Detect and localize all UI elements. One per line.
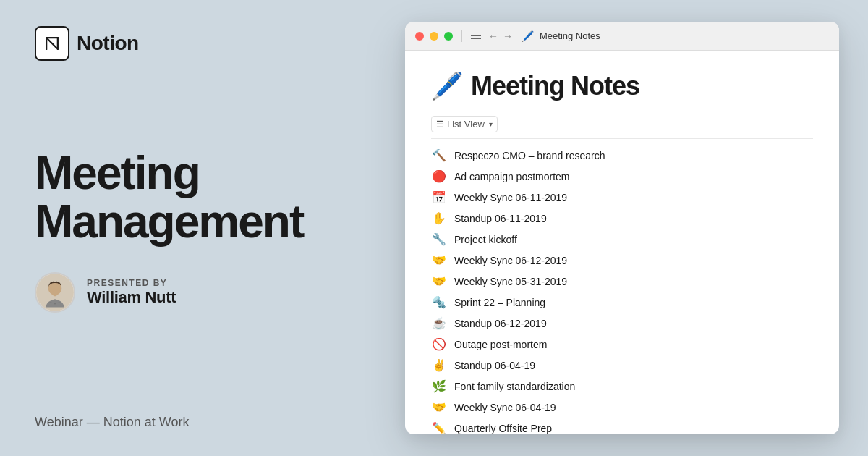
page-emoji: 🖊️ <box>431 71 464 101</box>
meeting-emoji: 📅 <box>431 190 447 204</box>
meeting-emoji: 🤝 <box>431 274 447 288</box>
hamburger-icon[interactable] <box>471 33 481 40</box>
meeting-emoji: ✏️ <box>431 421 447 434</box>
list-view-icon: ☰ <box>436 119 444 130</box>
meeting-item[interactable]: 🌿 Font family standardization <box>431 376 813 397</box>
meeting-item[interactable]: 🔩 Sprint 22 – Planning <box>431 292 813 313</box>
left-panel: Notion Meeting Management <box>0 0 405 456</box>
page-title: Meeting Notes <box>471 71 639 101</box>
meeting-emoji: ☕ <box>431 316 447 330</box>
meeting-emoji: 🤝 <box>431 253 447 267</box>
notion-logo-icon <box>35 26 69 61</box>
meeting-emoji: 🤝 <box>431 400 447 414</box>
meeting-item[interactable]: 🤝 Weekly Sync 05-31-2019 <box>431 271 813 292</box>
meeting-name: Standup 06-11-2019 <box>454 213 547 224</box>
left-content: Meeting Management <box>35 61 370 430</box>
list-view-chevron: ▾ <box>489 120 493 128</box>
meeting-name: Quarterly Offsite Prep <box>454 423 552 434</box>
list-divider <box>431 138 813 139</box>
meeting-name: Weekly Sync 05-31-2019 <box>454 276 567 287</box>
meeting-item[interactable]: ☕ Standup 06-12-2019 <box>431 313 813 334</box>
meeting-name: Font family standardization <box>454 381 575 392</box>
meeting-item[interactable]: 🔧 Project kickoff <box>431 229 813 250</box>
page-title-row: 🖊️ Meeting Notes <box>431 71 813 101</box>
titlebar-divider <box>461 30 462 42</box>
meeting-item[interactable]: 🤝 Weekly Sync 06-12-2019 <box>431 250 813 271</box>
nav-back-icon[interactable]: ← <box>488 30 498 42</box>
traffic-light-green[interactable] <box>444 32 453 41</box>
titlebar-emoji-icon: 🖊️ <box>522 30 534 42</box>
meeting-name: Weekly Sync 06-12-2019 <box>454 255 567 266</box>
meeting-emoji: ✋ <box>431 211 447 225</box>
meeting-item[interactable]: 🤝 Weekly Sync 06-04-19 <box>431 397 813 418</box>
meeting-name: Sprint 22 – Planning <box>454 297 545 308</box>
traffic-light-yellow[interactable] <box>430 32 438 41</box>
svg-rect-2 <box>57 37 59 50</box>
meeting-emoji: 🌿 <box>431 379 447 393</box>
meeting-emoji: 🚫 <box>431 337 447 351</box>
meeting-item[interactable]: 🚫 Outage post-mortem <box>431 334 813 355</box>
nav-forward-icon[interactable]: → <box>503 30 513 42</box>
browser-content: 🖊️ Meeting Notes ☰ List View ▾ 🔨 Respecz… <box>405 51 839 434</box>
presented-by-label: PRESENTED BY <box>87 278 176 288</box>
presenter-name: William Nutt <box>87 288 176 307</box>
meeting-emoji: ✌️ <box>431 358 447 372</box>
meeting-name: Ad campaign postmortem <box>454 171 570 182</box>
meeting-item[interactable]: 📅 Weekly Sync 06-11-2019 <box>431 187 813 208</box>
meeting-name: Weekly Sync 06-11-2019 <box>454 192 567 203</box>
list-view-selector[interactable]: ☰ List View ▾ <box>431 116 498 132</box>
traffic-light-red[interactable] <box>415 32 424 41</box>
avatar <box>35 272 75 313</box>
notion-logo-text: Notion <box>77 32 139 55</box>
nav-arrows: ← → <box>488 30 513 42</box>
meeting-name: Standup 06-04-19 <box>454 360 535 371</box>
meeting-emoji: 🔨 <box>431 148 447 162</box>
webinar-label: Webinar — Notion at Work <box>35 415 189 430</box>
meeting-list: 🔨 Respeczo CMO – brand research 🔴 Ad cam… <box>431 145 813 434</box>
meeting-item[interactable]: ✋ Standup 06-11-2019 <box>431 208 813 229</box>
presenter-info: PRESENTED BY William Nutt <box>87 278 176 307</box>
meeting-item[interactable]: 🔨 Respeczo CMO – brand research <box>431 145 813 166</box>
meeting-emoji: 🔴 <box>431 169 447 183</box>
browser-window: ← → 🖊️ Meeting Notes 🖊️ Meeting Notes ☰ … <box>405 22 839 434</box>
presenter-section: PRESENTED BY William Nutt <box>35 272 370 313</box>
meeting-name: Outage post-mortem <box>454 339 547 350</box>
meeting-name: Standup 06-12-2019 <box>454 318 547 329</box>
meeting-name: Weekly Sync 06-04-19 <box>454 402 556 413</box>
meeting-emoji: 🔩 <box>431 295 447 309</box>
notion-logo: Notion <box>35 26 370 61</box>
meeting-item[interactable]: ✏️ Quarterly Offsite Prep <box>431 418 813 434</box>
meeting-name: Respeczo CMO – brand research <box>454 150 605 161</box>
meeting-name: Project kickoff <box>454 234 517 245</box>
meeting-item[interactable]: ✌️ Standup 06-04-19 <box>431 355 813 376</box>
main-title: Meeting Management <box>35 149 370 246</box>
titlebar-title: Meeting Notes <box>540 30 600 41</box>
meeting-item[interactable]: 🔴 Ad campaign postmortem <box>431 166 813 187</box>
list-view-label: List View <box>447 119 485 130</box>
browser-titlebar: ← → 🖊️ Meeting Notes <box>405 22 839 51</box>
meeting-emoji: 🔧 <box>431 232 447 246</box>
